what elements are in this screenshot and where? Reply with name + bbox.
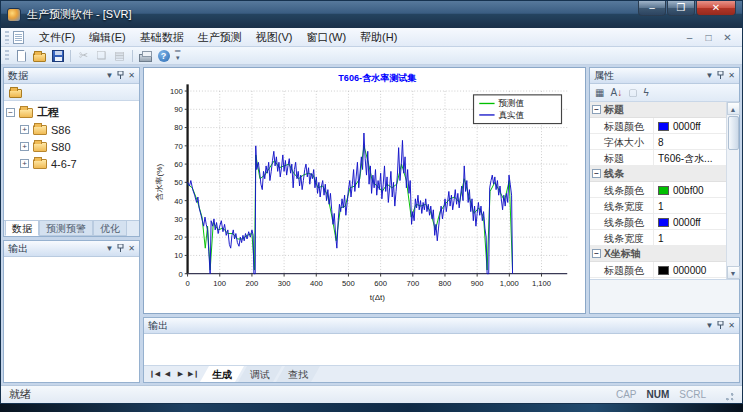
scroll-up-icon[interactable]: ▲ xyxy=(727,102,740,115)
output-tabstrip: ❙◀ ◀ ▶ ▶❙ 生成 调试 查找 xyxy=(144,365,739,382)
paste-button[interactable]: ▤ xyxy=(111,48,128,64)
collapse-icon[interactable]: − xyxy=(592,249,601,258)
close-button[interactable]: ✕ xyxy=(696,1,736,16)
tab-data[interactable]: 数据 xyxy=(5,221,39,236)
property-grid-scrollbar[interactable]: ▲ ▼ xyxy=(726,102,739,279)
property-description-box xyxy=(590,279,739,313)
pin-icon[interactable] xyxy=(717,321,724,330)
bottom-output-header[interactable]: 输出 ▼ ✕ xyxy=(144,318,739,334)
prev-tab-icon[interactable]: ◀ xyxy=(161,370,174,378)
close-icon[interactable]: ✕ xyxy=(728,322,735,330)
next-tab-icon[interactable]: ▶ xyxy=(174,370,187,378)
scroll-down-icon[interactable]: ▼ xyxy=(727,266,740,279)
close-icon[interactable]: ✕ xyxy=(128,72,135,80)
tab-optimize[interactable]: 优化 xyxy=(93,221,127,236)
properties-header[interactable]: 属性 ▼ ✕ xyxy=(590,68,739,84)
color-swatch xyxy=(658,186,669,195)
left-output-header[interactable]: 输出 ▼ ✕ xyxy=(4,241,139,257)
cut-button[interactable]: ✂ xyxy=(75,48,92,64)
menu-view[interactable]: 视图(V) xyxy=(249,28,300,47)
mdi-restore-icon[interactable]: □ xyxy=(702,32,715,43)
svg-text:40: 40 xyxy=(174,197,183,206)
menu-window[interactable]: 窗口(W) xyxy=(299,28,353,47)
svg-text:800: 800 xyxy=(439,279,452,288)
resize-grip[interactable] xyxy=(722,389,734,401)
minimize-button[interactable]: – xyxy=(638,1,666,16)
title-bar: 生产预测软件 - [SVR] – ❒ ✕ xyxy=(1,1,742,28)
open-file-button[interactable] xyxy=(31,48,48,64)
property-row[interactable]: 标题颜色 000000 xyxy=(590,262,726,278)
menu-basic-data[interactable]: 基础数据 xyxy=(133,28,191,47)
output-tab-debug[interactable]: 调试 xyxy=(238,366,282,382)
property-row[interactable]: 线条颜色 0000ff xyxy=(590,214,726,230)
chart-document[interactable]: 01002003004005006007008009001,0001,10001… xyxy=(143,67,586,314)
first-tab-icon[interactable]: ❙◀ xyxy=(148,370,161,378)
window-position-icon[interactable]: ▼ xyxy=(105,245,113,253)
collapse-icon[interactable]: − xyxy=(6,108,15,117)
save-button[interactable] xyxy=(49,48,66,64)
bottom-output-content[interactable] xyxy=(144,334,739,365)
property-row[interactable]: 标题颜色 0000ff xyxy=(590,118,726,134)
window-position-icon[interactable]: ▼ xyxy=(705,322,713,330)
sort-az-icon[interactable]: A↓ xyxy=(610,88,622,98)
data-panel-header[interactable]: 数据 ▼ ✕ xyxy=(4,68,139,84)
close-icon[interactable]: ✕ xyxy=(128,245,135,253)
print-button[interactable] xyxy=(137,48,154,64)
menu-edit[interactable]: 编辑(E) xyxy=(82,28,133,47)
mdi-minimize-icon[interactable]: – xyxy=(683,32,696,43)
mdi-close-icon[interactable]: ✕ xyxy=(721,32,734,43)
properties-title: 属性 xyxy=(594,69,614,83)
collapse-icon[interactable]: − xyxy=(592,169,601,178)
categorize-icon[interactable]: ▦ xyxy=(595,88,604,98)
category-lines[interactable]: − 线条 xyxy=(590,166,726,182)
menu-production-forecast[interactable]: 生产预测 xyxy=(191,28,249,47)
help-button[interactable]: ? xyxy=(155,48,172,64)
scroll-thumb[interactable] xyxy=(728,116,739,150)
expand-icon[interactable]: + xyxy=(20,142,29,151)
close-icon[interactable]: ✕ xyxy=(728,72,735,80)
status-ready: 就绪 xyxy=(9,387,31,402)
menu-file[interactable]: 文件(F) xyxy=(32,28,82,47)
window-position-icon[interactable]: ▼ xyxy=(105,72,113,80)
maximize-button[interactable]: ❒ xyxy=(667,1,695,16)
property-row[interactable]: 字体大小 8 xyxy=(590,134,726,150)
property-row[interactable]: 线条颜色 00bf00 xyxy=(590,182,726,198)
window-position-icon[interactable]: ▼ xyxy=(705,72,713,80)
property-row[interactable]: 标题 T606-含水... xyxy=(590,150,726,166)
category-title[interactable]: − 标题 xyxy=(590,102,726,118)
property-row[interactable]: 线条宽度 1 xyxy=(590,230,726,246)
last-tab-icon[interactable]: ▶❙ xyxy=(187,370,200,378)
property-grid: − 标题 标题颜色 0000ff 字体大小 8 xyxy=(590,102,726,279)
folder-icon xyxy=(33,142,47,152)
tree-node-s86[interactable]: + S86 xyxy=(6,121,137,138)
open-folder-icon xyxy=(33,53,46,62)
caps-indicator: CAP xyxy=(616,389,637,400)
output-tab-find[interactable]: 查找 xyxy=(276,366,320,382)
expand-icon[interactable]: + xyxy=(20,159,29,168)
property-pages-icon[interactable]: ▢ xyxy=(628,88,637,98)
pin-icon[interactable] xyxy=(117,244,124,253)
copy-button[interactable]: ❏ xyxy=(93,48,110,64)
tree-node-s80[interactable]: + S80 xyxy=(6,138,137,155)
collapse-icon[interactable]: − xyxy=(592,105,601,114)
svg-text:含水率(%): 含水率(%) xyxy=(155,164,164,201)
expand-icon[interactable]: + xyxy=(20,125,29,134)
category-x-axis[interactable]: − X坐标轴 xyxy=(590,246,726,262)
app-window: 生产预测软件 - [SVR] – ❒ ✕ 文件(F) 编辑(E) 基础数据 生产… xyxy=(0,0,743,404)
bottom-output-title: 输出 xyxy=(148,319,168,333)
property-row[interactable]: 线条宽度 1 xyxy=(590,198,726,214)
pin-icon[interactable] xyxy=(717,71,724,80)
svg-text:50: 50 xyxy=(174,178,183,187)
tree-node-4-6-7[interactable]: + 4-6-7 xyxy=(6,155,137,172)
output-tab-generate[interactable]: 生成 xyxy=(200,366,244,382)
new-project-button[interactable] xyxy=(7,84,24,100)
pin-icon[interactable] xyxy=(117,71,124,80)
toolbar-overflow-button[interactable]: ▔▾ xyxy=(173,53,182,59)
menu-help[interactable]: 帮助(H) xyxy=(353,28,404,47)
tree-node-project[interactable]: − 工程 xyxy=(6,104,137,121)
svg-text:真实值: 真实值 xyxy=(498,110,524,120)
new-file-button[interactable] xyxy=(13,48,30,64)
tab-forecast-warning[interactable]: 预测预警 xyxy=(39,221,93,236)
line-chart: 01002003004005006007008009001,0001,10001… xyxy=(146,70,583,311)
events-icon[interactable]: ϟ xyxy=(644,88,649,98)
